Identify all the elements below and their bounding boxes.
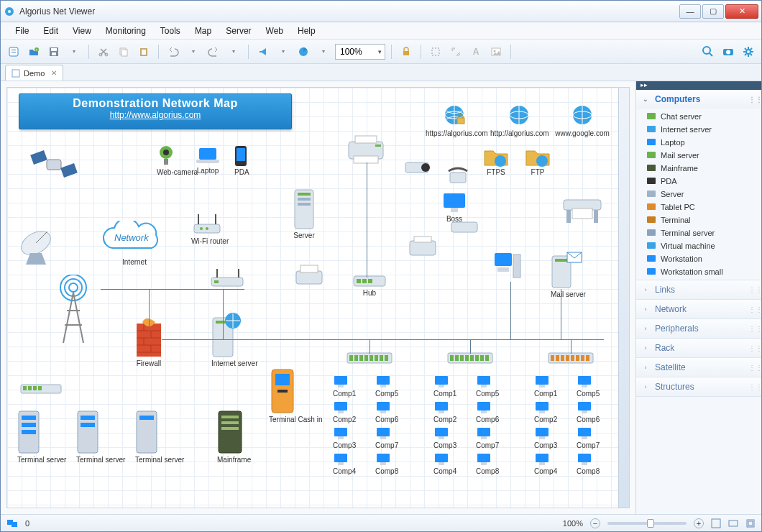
palette-item[interactable]: Tablet PC — [636, 201, 761, 214]
network-cloud-node[interactable]: Network Internet — [98, 221, 170, 266]
category-structures[interactable]: ›Structures⋮⋮ — [636, 377, 761, 397]
comp-node[interactable]: Comp7 — [476, 427, 499, 449]
boss-monitor-node[interactable]: Boss — [442, 192, 467, 223]
satellite-node[interactable] — [29, 145, 79, 185]
comp-node[interactable]: Comp1 — [534, 375, 557, 398]
fit-width-icon[interactable] — [728, 518, 738, 528]
new-map-icon[interactable] — [5, 43, 22, 60]
network-map-canvas[interactable]: Demonstration Network Map http://www.alg… — [6, 87, 630, 508]
menu-view[interactable]: View — [67, 24, 97, 38]
phone-node[interactable] — [447, 167, 469, 185]
comp-node[interactable]: Comp8 — [476, 453, 499, 475]
comp-node[interactable]: Comp4 — [333, 453, 356, 475]
comp-node[interactable]: Comp8 — [577, 453, 600, 475]
terminal-cashin-node[interactable]: Terminal Cash in — [269, 368, 322, 423]
close-button[interactable]: ✕ — [725, 4, 758, 19]
fit-window-icon[interactable] — [711, 518, 721, 528]
lock-icon[interactable] — [398, 43, 415, 60]
copy-icon[interactable] — [115, 43, 132, 60]
switch-3-node[interactable] — [548, 352, 594, 364]
comp-node[interactable]: Comp6 — [375, 401, 398, 423]
menu-monitoring[interactable]: Monitoring — [100, 24, 152, 38]
comp-node[interactable]: Comp2 — [534, 401, 557, 423]
webcam-node[interactable]: Web-camera — [157, 145, 198, 176]
comp-node[interactable]: Comp6 — [577, 401, 600, 423]
dish-node[interactable] — [16, 224, 59, 267]
save-icon[interactable] — [45, 43, 63, 60]
palette-item[interactable]: Mainframe — [636, 162, 761, 175]
menu-map[interactable]: Map — [189, 24, 217, 38]
tab-demo[interactable]: Demo ✕ — [5, 65, 63, 81]
announce-dropdown-icon[interactable]: ▾ — [275, 43, 292, 60]
printer-node[interactable] — [345, 134, 387, 165]
comp-node[interactable]: Comp1 — [333, 375, 356, 398]
palette-item[interactable]: Terminal — [636, 214, 761, 226]
globe-node-google[interactable]: www.google.com — [554, 104, 611, 137]
palette-item[interactable]: Server — [636, 188, 761, 201]
category-peripherals[interactable]: ›Peripherals⋮⋮ — [636, 319, 761, 339]
tab-close-icon[interactable]: ✕ — [51, 69, 57, 77]
chart-icon[interactable] — [295, 43, 312, 60]
redo-icon[interactable] — [205, 43, 222, 60]
pda-node[interactable]: PDA — [234, 145, 249, 176]
globe-node-https[interactable]: https://algorius.com — [426, 104, 483, 137]
mainframe-node[interactable]: Mainframe — [217, 410, 251, 464]
internet-server-node[interactable]: Internet server — [211, 316, 257, 367]
palette-item[interactable]: PDA — [636, 175, 761, 188]
palette-item[interactable]: Virtual machine — [636, 239, 761, 252]
terminal-server-3-node[interactable]: Terminal server — [135, 410, 184, 464]
comp-node[interactable]: Comp5 — [577, 375, 600, 398]
comp-node[interactable]: Comp8 — [375, 453, 398, 475]
category-links[interactable]: ›Links⋮⋮ — [636, 280, 761, 300]
undo-dropdown-icon[interactable]: ▾ — [185, 43, 202, 60]
comp-node[interactable]: Comp7 — [577, 427, 600, 449]
palette-item[interactable]: Laptop — [636, 136, 761, 149]
text-icon[interactable]: A — [467, 43, 485, 60]
comp-node[interactable]: Comp4 — [433, 453, 456, 475]
wifi-router-node[interactable]: Wi-Fi router — [191, 210, 229, 245]
switch-1-node[interactable] — [346, 352, 393, 364]
category-computers[interactable]: ⌄Computers⋮⋮ Chat serverInternet serverL… — [636, 90, 761, 280]
globe-node-http[interactable]: http://algorius.com — [490, 104, 548, 137]
palette-item[interactable]: Workstation — [636, 252, 761, 265]
cut-icon[interactable] — [95, 43, 112, 60]
comp-node[interactable]: Comp1 — [433, 375, 456, 398]
ftps-node[interactable]: FTPS — [483, 145, 509, 176]
menu-tools[interactable]: Tools — [155, 24, 186, 38]
comp-node[interactable]: Comp5 — [476, 375, 499, 398]
palette-item[interactable]: Chat server — [636, 110, 761, 123]
server-node[interactable]: Server — [293, 188, 315, 239]
category-network[interactable]: ›Network⋮⋮ — [636, 300, 761, 319]
palette-item[interactable]: Internet server — [636, 123, 761, 136]
workstation-right-node[interactable] — [493, 252, 522, 280]
zoom-in-icon[interactable]: + — [694, 518, 704, 528]
menu-help[interactable]: Help — [292, 24, 321, 38]
hub-node[interactable]: Hub — [352, 275, 387, 297]
camera-icon[interactable] — [720, 43, 737, 60]
maximize-button[interactable]: ▢ — [702, 4, 724, 19]
tower-node[interactable] — [52, 275, 95, 347]
plotter-node[interactable] — [561, 196, 604, 224]
expand-icon[interactable] — [447, 43, 464, 60]
menu-file[interactable]: File — [9, 24, 35, 38]
comp-node[interactable]: Comp7 — [375, 427, 398, 449]
comp-node[interactable]: Comp3 — [333, 427, 356, 449]
image-icon[interactable] — [487, 43, 505, 60]
switch-2-node[interactable] — [447, 352, 493, 364]
panel-collapse-toggle[interactable]: ▸▸ — [636, 81, 761, 90]
scanner-node[interactable] — [450, 221, 479, 234]
terminal-server-1-node[interactable]: Terminal server — [17, 410, 66, 464]
select-icon[interactable] — [427, 43, 444, 60]
redo-dropdown-icon[interactable]: ▾ — [225, 43, 242, 60]
actual-size-icon[interactable] — [745, 518, 756, 528]
comp-node[interactable]: Comp3 — [534, 427, 557, 449]
open-icon[interactable]: + — [25, 43, 42, 60]
palette-item[interactable]: Terminal server — [636, 226, 761, 239]
banner-url[interactable]: http://www.algorius.com — [19, 110, 291, 120]
ftp-node[interactable]: FTP — [525, 145, 551, 176]
modem-node[interactable] — [208, 267, 246, 289]
mail-server-node[interactable]: Mail server — [551, 254, 586, 298]
menu-server[interactable]: Server — [220, 24, 257, 38]
announce-icon[interactable] — [254, 43, 272, 60]
save-dropdown-icon[interactable]: ▾ — [65, 43, 83, 60]
